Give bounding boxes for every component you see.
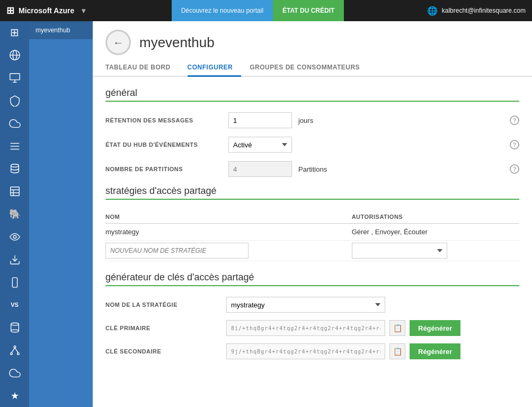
page-title: myeventhub	[139, 34, 215, 51]
status-label: ÉTAT DU HUB D'ÉVÉNEMENTS	[105, 141, 222, 148]
svg-point-24	[17, 353, 19, 355]
sidebar-icon-eye[interactable]	[0, 225, 29, 248]
sidebar-icon-table[interactable]	[0, 180, 29, 203]
general-section: général RÉTENTION DES MESSAGES jours ? É…	[105, 87, 519, 177]
svg-rect-10	[10, 187, 19, 196]
strategies-title: stratégies d'accès partagé	[105, 185, 519, 197]
key-strategy-label: NOM DE LA STRATÉGIE	[105, 302, 222, 308]
content-area: ← myeventhub TABLEAU DE BORD CONFIGURER …	[93, 21, 532, 407]
grid-icon: ⊞	[6, 5, 14, 16]
sidebar-icon-mobile[interactable]	[0, 271, 29, 294]
user-email: kalbrecht@infinitesquare.com	[442, 7, 526, 14]
tab-tableau[interactable]: TABLEAU DE BORD	[105, 59, 179, 77]
sidebar-icon-globe[interactable]	[0, 44, 29, 67]
sidebar-icon-download[interactable]	[0, 248, 29, 271]
secondary-key-regen-button[interactable]: Régénérer	[410, 343, 460, 359]
sidebar-icon-star[interactable]: ★	[0, 384, 29, 407]
topbar-right: 🌐 kalbrecht@infinitesquare.com	[421, 6, 532, 16]
tab-configurer[interactable]: CONFIGURER	[188, 59, 242, 77]
svg-point-22	[14, 346, 16, 348]
sidebar-icon-monitor[interactable]	[0, 67, 29, 90]
retention-unit: jours	[298, 117, 313, 125]
strategy-table-header: NOM AUTORISATIONS	[105, 210, 519, 224]
general-title: général	[105, 87, 519, 99]
svg-point-21	[11, 330, 19, 332]
main-layout: ⊞ 🐘 VS	[0, 21, 532, 407]
svg-line-26	[15, 348, 18, 352]
secondary-key-row: CLÉ SECONDAIRE 📋 Régénérer	[105, 343, 519, 359]
tab-groupes[interactable]: GROUPES DE CONSOMMATEURS	[250, 59, 368, 77]
brand: ⊞ Microsoft Azure ▾	[0, 5, 95, 16]
retention-help-icon[interactable]: ?	[510, 116, 519, 125]
back-button[interactable]: ←	[105, 30, 131, 55]
sidebar-icon-vs[interactable]: VS	[0, 294, 29, 316]
partitions-row: NOMBRE DE PARTITIONS Partitions ?	[105, 161, 519, 177]
strategy-new-auth-cell	[352, 241, 519, 261]
sidebar-icon-list[interactable]	[0, 135, 29, 157]
new-strategy-auth-select[interactable]	[352, 243, 447, 259]
discover-button[interactable]: Découvrez le nouveau portail	[172, 0, 273, 21]
partitions-label: NOMBRE DE PARTITIONS	[105, 166, 222, 172]
brand-chevron[interactable]: ▾	[78, 6, 88, 15]
svg-point-9	[11, 164, 19, 167]
retention-row: RÉTENTION DES MESSAGES jours ?	[105, 112, 519, 128]
partitions-unit: Partitions	[298, 165, 327, 173]
new-strategy-name-input[interactable]	[105, 243, 249, 259]
secondary-key-input[interactable]	[226, 343, 385, 359]
retention-input[interactable]	[228, 112, 292, 128]
sidebar-icon-cloud[interactable]	[0, 112, 29, 135]
sidebar-icon-grid[interactable]: ⊞	[0, 21, 29, 44]
strategies-section: stratégies d'accès partagé NOM AUTORISAT…	[105, 185, 519, 261]
general-divider	[105, 101, 519, 102]
key-generator-section: générateur de clés d'accès partagé NOM D…	[105, 272, 519, 359]
secondary-key-label: CLÉ SECONDAIRE	[105, 348, 222, 355]
key-generator-divider	[105, 285, 519, 286]
svg-rect-3	[10, 74, 19, 80]
sidebar-icon-shield[interactable]	[0, 89, 29, 112]
primary-key-copy-button[interactable]: 📋	[389, 320, 405, 336]
partitions-input	[228, 161, 292, 177]
primary-key-label: CLÉ PRIMAIRE	[105, 325, 222, 331]
sidebar-icon-database[interactable]	[0, 157, 29, 180]
strategy-new-row	[105, 241, 519, 261]
brand-name: Microsoft Azure	[19, 6, 74, 15]
sidebar-icon-cloud2[interactable]	[0, 361, 29, 384]
tab-bar: TABLEAU DE BORD CONFIGURER GROUPES DE CO…	[93, 59, 532, 77]
credit-status-button[interactable]: ÉTAT DU CRÉDIT	[273, 0, 344, 21]
sidebar-icon-elephant[interactable]: 🐘	[0, 203, 29, 226]
topbar-center: Découvrez le nouveau portail ÉTAT DU CRÉ…	[95, 0, 420, 21]
col-name: NOM	[105, 210, 352, 224]
status-row: ÉTAT DU HUB D'ÉVÉNEMENTS Activé Désactiv…	[105, 137, 519, 153]
key-strategy-row: NOM DE LA STRATÉGIE mystrategy	[105, 297, 519, 313]
topbar: ⊞ Microsoft Azure ▾ Découvrez le nouveau…	[0, 0, 532, 21]
secondary-key-copy-button[interactable]: 📋	[389, 343, 405, 359]
svg-point-14	[13, 235, 16, 238]
key-generator-title: générateur de clés d'accès partagé	[105, 272, 519, 283]
content-header: ← myeventhub	[93, 21, 532, 55]
nav-item-myeventhub[interactable]: myeventhub	[29, 21, 93, 39]
sidebar-icon-cylinder[interactable]	[0, 316, 29, 339]
svg-point-23	[10, 353, 12, 355]
status-help-icon[interactable]: ?	[510, 140, 519, 149]
strategy-name-cell: mystrategy	[105, 224, 352, 241]
content-scroll: général RÉTENTION DES MESSAGES jours ? É…	[93, 77, 532, 407]
primary-key-input[interactable]	[226, 320, 385, 336]
strategies-divider	[105, 199, 519, 200]
globe-icon: 🌐	[427, 6, 438, 16]
primary-key-row: CLÉ PRIMAIRE 📋 Régénérer	[105, 320, 519, 336]
strategy-table: NOM AUTORISATIONS mystrategy Gérer , Env…	[105, 210, 519, 261]
key-strategy-select[interactable]: mystrategy	[226, 297, 385, 313]
col-auth: AUTORISATIONS	[352, 210, 519, 224]
svg-rect-16	[12, 277, 17, 287]
svg-line-25	[11, 348, 14, 352]
retention-label: RÉTENTION DES MESSAGES	[105, 117, 222, 123]
primary-key-regen-button[interactable]: Régénérer	[410, 320, 460, 336]
strategy-auth-cell: Gérer , Envoyer, Écouter	[352, 224, 519, 241]
sidebar-icon-network[interactable]	[0, 339, 29, 362]
status-select[interactable]: Activé Désactivé	[228, 137, 292, 153]
partitions-help-icon[interactable]: ?	[510, 164, 519, 174]
nav-panel: myeventhub	[29, 21, 93, 407]
strategy-new-name-cell	[105, 241, 352, 261]
strategy-row-mystrategy: mystrategy Gérer , Envoyer, Écouter	[105, 224, 519, 241]
sidebar-icons: ⊞ 🐘 VS	[0, 21, 29, 407]
